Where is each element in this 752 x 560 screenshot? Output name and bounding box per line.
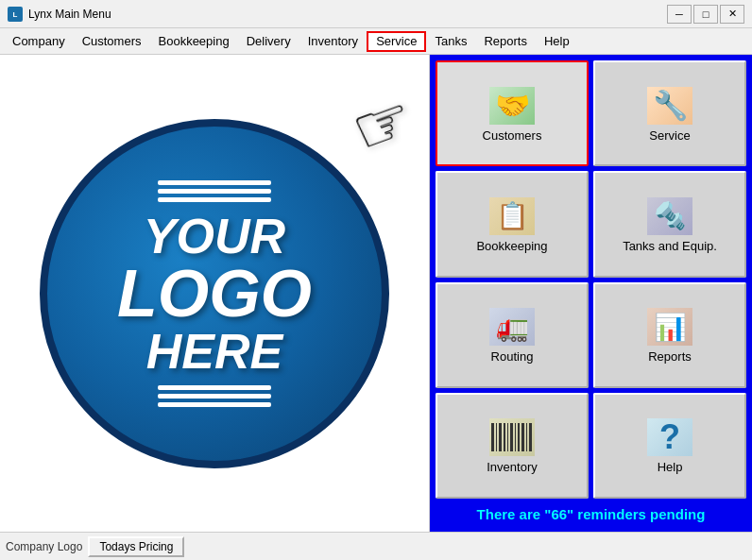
button-grid: 🤝 Customers 🔧 Service 📋 Bookkeeping: [436, 60, 746, 499]
service-button[interactable]: 🔧 Service: [593, 60, 746, 166]
logo-line-5: [158, 394, 271, 399]
inventory-image: [489, 418, 535, 456]
svg-rect-4: [499, 423, 502, 451]
menu-item-delivery[interactable]: Delivery: [238, 31, 299, 52]
service-label: Service: [649, 128, 690, 143]
bookkeeping-image: 📋: [489, 197, 535, 235]
reports-button[interactable]: 📊 Reports: [593, 282, 746, 388]
svg-rect-2: [491, 423, 494, 451]
menu-item-tanks[interactable]: Tanks: [426, 31, 475, 52]
bookkeeping-label: Bookkeeping: [476, 239, 547, 253]
tanks-icon: 🔩: [647, 197, 692, 235]
logo-line-6: [158, 402, 271, 407]
svg-rect-12: [529, 423, 532, 451]
service-image: 🔧: [647, 87, 692, 125]
reports-image: 📊: [647, 308, 692, 346]
menu-item-inventory[interactable]: Inventory: [299, 31, 367, 52]
logo-text: YOUR LOGO HERE: [117, 212, 312, 376]
reminder-text: There are "66" reminders pending: [436, 499, 746, 526]
menu-item-company[interactable]: Company: [4, 31, 74, 52]
inventory-button[interactable]: Inventory: [436, 393, 589, 499]
svg-rect-6: [507, 423, 508, 451]
window-controls: ─ □ ✕: [667, 5, 744, 24]
logo-line-2: [158, 189, 271, 194]
svg-rect-11: [526, 423, 527, 451]
routing-image: 🚛: [489, 308, 535, 346]
status-bar: Company Logo Todays Pricing: [0, 532, 752, 560]
help-button[interactable]: ? Help: [593, 393, 746, 499]
help-label: Help: [658, 460, 683, 474]
todays-pricing-button[interactable]: Todays Pricing: [88, 536, 184, 557]
title-bar: L Lynx Main Menu ─ □ ✕: [0, 0, 752, 28]
logo-circle: YOUR LOGO HERE: [40, 119, 389, 468]
logo-text-line3: HERE: [117, 327, 312, 376]
app-icon: L: [8, 7, 23, 22]
company-logo-label: Company Logo: [6, 540, 82, 553]
svg-rect-5: [504, 423, 505, 451]
logo-text-line2: LOGO: [117, 261, 312, 327]
reports-icon: 📊: [647, 308, 692, 346]
svg-text:L: L: [13, 10, 18, 19]
right-panel: 🤝 Customers 🔧 Service 📋 Bookkeeping: [430, 55, 752, 532]
routing-button[interactable]: 🚛 Routing: [436, 282, 589, 388]
tanks-label: Tanks and Equip.: [623, 239, 717, 253]
inventory-icon: [489, 418, 535, 456]
tanks-button[interactable]: 🔩 Tanks and Equip.: [593, 171, 746, 277]
svg-rect-8: [515, 423, 516, 451]
main-content: ☞ YOUR LOGO HERE: [0, 55, 752, 532]
svg-rect-9: [518, 423, 520, 451]
logo-lines-top: [158, 180, 271, 202]
menu-item-help[interactable]: Help: [536, 31, 578, 52]
menu-item-service[interactable]: Service: [367, 31, 426, 52]
maximize-button[interactable]: □: [693, 5, 718, 24]
inventory-label: Inventory: [487, 460, 537, 474]
help-icon: ?: [647, 418, 692, 456]
customers-icon: 🤝: [489, 87, 535, 125]
logo-line-3: [158, 197, 271, 202]
window-title: Lynx Main Menu: [28, 8, 667, 21]
reports-label: Reports: [648, 349, 692, 364]
logo-line-1: [158, 180, 271, 185]
logo-lines-bottom: [158, 385, 271, 407]
routing-label: Routing: [491, 349, 534, 364]
service-icon: 🔧: [647, 87, 692, 125]
menu-item-reports[interactable]: Reports: [475, 31, 536, 52]
svg-rect-7: [510, 423, 513, 451]
customers-button[interactable]: 🤝 Customers: [436, 60, 589, 166]
bookkeeping-icon: 📋: [489, 197, 535, 235]
logo-line-4: [158, 385, 271, 390]
logo-text-line1: YOUR: [117, 212, 312, 261]
pointing-hand-icon: ☞: [342, 77, 424, 171]
logo-container: ☞ YOUR LOGO HERE: [35, 114, 394, 473]
customers-image: 🤝: [489, 87, 535, 125]
routing-icon: 🚛: [489, 308, 535, 346]
menu-item-bookkeeping[interactable]: Bookkeeping: [150, 31, 238, 52]
menu-item-customers[interactable]: Customers: [74, 31, 150, 52]
customers-label: Customers: [483, 128, 542, 143]
svg-rect-3: [496, 423, 497, 451]
svg-rect-10: [521, 423, 524, 451]
left-panel: ☞ YOUR LOGO HERE: [0, 55, 430, 532]
menu-bar: CompanyCustomersBookkeepingDeliveryInven…: [0, 28, 752, 55]
bookkeeping-button[interactable]: 📋 Bookkeeping: [436, 171, 589, 277]
help-image: ?: [647, 418, 692, 456]
close-button[interactable]: ✕: [720, 5, 744, 24]
minimize-button[interactable]: ─: [667, 5, 692, 24]
tanks-image: 🔩: [647, 197, 692, 235]
